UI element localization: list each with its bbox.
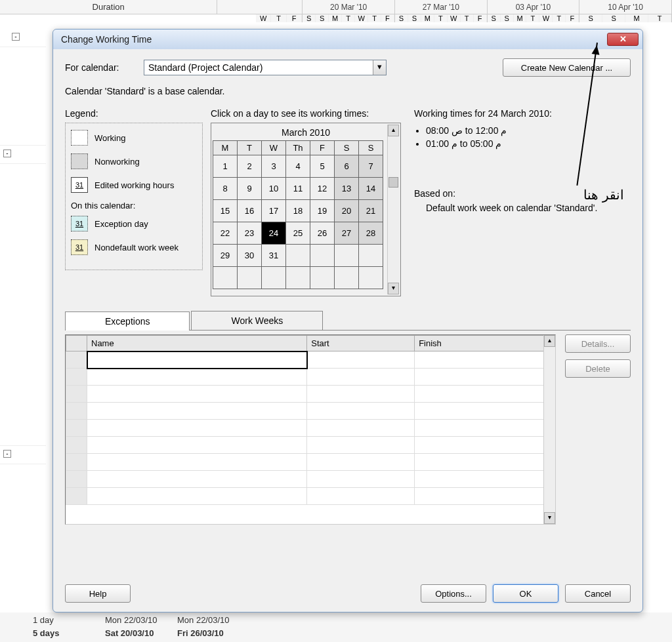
calendar-table[interactable]: MTWThFSS 1234567891011121314151617181920… (213, 140, 383, 289)
chevron-down-icon[interactable]: ▾ (373, 60, 386, 75)
grid-row-header[interactable] (66, 488, 87, 505)
grid-cell[interactable] (307, 420, 415, 437)
grid-row-header[interactable] (66, 454, 87, 471)
grid-cell[interactable] (307, 437, 415, 454)
calendar-day[interactable]: 3 (262, 155, 286, 178)
calendar-day[interactable]: 17 (262, 200, 286, 222)
grid-cell[interactable] (307, 403, 415, 420)
calendar-day[interactable]: 20 (335, 200, 359, 222)
col-name[interactable]: Name (87, 336, 307, 351)
grid-cell[interactable] (87, 351, 307, 369)
calendar-day[interactable]: 21 (359, 200, 383, 222)
cancel-button[interactable]: Cancel (565, 584, 631, 603)
create-new-calendar-button[interactable]: Create New Calendar ... (503, 58, 631, 77)
help-button[interactable]: Help (65, 584, 131, 603)
calendar-day[interactable]: 24 (262, 222, 286, 245)
options-button[interactable]: Options... (421, 584, 486, 603)
grid-cell[interactable] (87, 471, 307, 488)
calendar-scrollbar[interactable]: ▴ ▾ (387, 125, 399, 294)
grid-cell[interactable] (307, 454, 415, 471)
grid-cell[interactable] (415, 471, 555, 488)
calendar-day[interactable]: 12 (310, 178, 335, 200)
grid-row-header[interactable] (66, 471, 87, 488)
scroll-up-icon[interactable]: ▴ (544, 335, 555, 347)
calendar-day[interactable]: 4 (286, 155, 310, 178)
ok-button[interactable]: OK (493, 584, 558, 603)
tab-exceptions[interactable]: Exceptions (65, 311, 190, 331)
close-button[interactable]: ✕ (607, 33, 639, 46)
grid-row-header[interactable] (66, 351, 87, 369)
grid-row-header[interactable] (66, 403, 87, 420)
col-finish[interactable]: Finish (415, 336, 555, 351)
scroll-up-icon[interactable]: ▴ (388, 125, 399, 136)
grid-cell[interactable] (87, 420, 307, 437)
grid-cell[interactable] (415, 437, 555, 454)
grid-cell[interactable] (87, 403, 307, 420)
grid-cell[interactable] (415, 369, 555, 386)
calendar-day[interactable]: 11 (286, 178, 310, 200)
nondefault-swatch: 31 (71, 239, 88, 255)
calendar-day[interactable]: 6 (335, 155, 359, 178)
grid-row-header[interactable] (66, 420, 87, 437)
scroll-thumb[interactable] (388, 177, 398, 188)
grid-row-header[interactable] (66, 369, 87, 386)
calendar-day[interactable]: 25 (286, 222, 310, 245)
calendar-day[interactable]: 8 (213, 178, 238, 200)
grid-cell[interactable] (87, 386, 307, 403)
calendar-day[interactable]: 1 (213, 155, 238, 178)
calendar-day[interactable]: 13 (335, 178, 359, 200)
calendar-day[interactable]: 29 (213, 245, 238, 267)
grid-cell[interactable] (415, 351, 555, 369)
grid-scrollbar[interactable]: ▴ ▾ (543, 335, 555, 524)
grid-row-header[interactable] (66, 437, 87, 454)
change-working-time-dialog: Change Working Time ✕ For calendar: Stan… (52, 29, 643, 612)
grid-rowhead-header (66, 336, 87, 351)
grid-cell[interactable] (87, 488, 307, 505)
grid-cell[interactable] (307, 369, 415, 386)
calendar-day[interactable]: 23 (238, 222, 262, 245)
calendar-day[interactable]: 7 (359, 155, 383, 178)
grid-cell[interactable] (415, 454, 555, 471)
tab-work-weeks[interactable]: Work Weeks (191, 311, 323, 330)
calendar-day[interactable]: 2 (238, 155, 262, 178)
scroll-down-icon[interactable]: ▾ (544, 512, 555, 524)
dialog-title: Change Working Time (57, 34, 607, 45)
calendar-day[interactable]: 9 (238, 178, 262, 200)
calendar-day[interactable]: 31 (262, 245, 286, 267)
calendar-day[interactable]: 18 (286, 200, 310, 222)
details-button[interactable]: Details... (565, 334, 631, 353)
calendar-day (310, 267, 335, 289)
grid-cell[interactable] (415, 488, 555, 505)
calendar-day[interactable]: 26 (310, 222, 335, 245)
calendar-day[interactable]: 14 (359, 178, 383, 200)
legend-on-this: On this calendar: (71, 201, 197, 211)
calendar-day[interactable]: 5 (310, 155, 335, 178)
grid-cell[interactable] (307, 351, 415, 369)
grid-cell[interactable] (87, 369, 307, 386)
gantt-date-3: 10 Apr '10 (579, 0, 671, 14)
calendar-select[interactable]: Standard (Project Calendar) ▾ (144, 60, 387, 75)
grid-cell[interactable] (415, 403, 555, 420)
grid-cell[interactable] (415, 420, 555, 437)
grid-row-header[interactable] (66, 386, 87, 403)
scroll-down-icon[interactable]: ▾ (388, 283, 399, 294)
delete-button[interactable]: Delete (565, 359, 631, 378)
calendar-day[interactable]: 27 (335, 222, 359, 245)
calendar-day[interactable]: 28 (359, 222, 383, 245)
grid-cell[interactable] (87, 454, 307, 471)
calendar-day[interactable]: 30 (238, 245, 262, 267)
calendar-day[interactable]: 19 (310, 200, 335, 222)
grid-cell[interactable] (307, 488, 415, 505)
grid-cell[interactable] (87, 437, 307, 454)
calendar-day[interactable]: 16 (238, 200, 262, 222)
grid-cell[interactable] (307, 386, 415, 403)
dialog-titlebar[interactable]: Change Working Time ✕ (53, 30, 642, 49)
grid-cell[interactable] (415, 386, 555, 403)
calendar-day[interactable]: 22 (213, 222, 238, 245)
exceptions-grid[interactable]: Name Start Finish ▴ ▾ (65, 334, 556, 525)
col-start[interactable]: Start (307, 336, 415, 351)
calendar-day (213, 267, 238, 289)
grid-cell[interactable] (307, 471, 415, 488)
calendar-day[interactable]: 10 (262, 178, 286, 200)
calendar-day[interactable]: 15 (213, 200, 238, 222)
